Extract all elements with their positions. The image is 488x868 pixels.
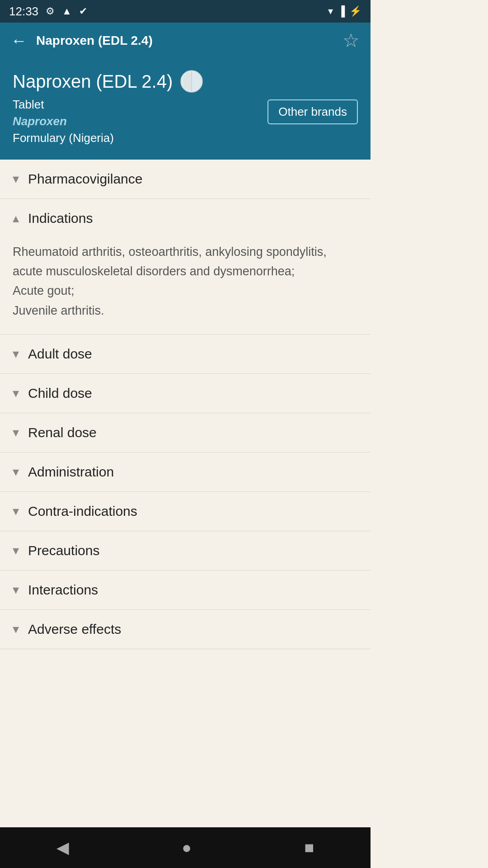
drug-meta-left: Tablet Naproxen Formulary (Nigeria) xyxy=(13,98,114,145)
drive-icon: ▲ xyxy=(62,5,72,17)
wifi-icon: ▾ xyxy=(328,5,333,17)
section-label-precautions: Precautions xyxy=(28,543,99,558)
chevron-icon-contra-indications: ▾ xyxy=(13,505,19,518)
section-item-precautions: ▾Precautions xyxy=(0,531,371,571)
chevron-icon-adult-dose: ▾ xyxy=(13,348,19,360)
status-right: ▾ ▐ ⚡ xyxy=(328,5,361,17)
section-label-adverse-effects: Adverse effects xyxy=(28,622,121,637)
nav-recent-button[interactable]: ■ xyxy=(291,834,328,862)
drug-form: Tablet xyxy=(13,98,114,112)
nav-home-button[interactable]: ● xyxy=(168,834,205,862)
section-item-adult-dose: ▾Adult dose xyxy=(0,335,371,374)
toolbar: ← Naproxen (EDL 2.4) ☆ xyxy=(0,23,371,59)
status-left: 12:33 ⚙ ▲ ✔ xyxy=(9,5,87,19)
section-item-indications: ▴IndicationsRheumatoid arthritis, osteoa… xyxy=(0,199,371,335)
section-item-child-dose: ▾Child dose xyxy=(0,374,371,413)
drug-meta-row: Tablet Naproxen Formulary (Nigeria) Othe… xyxy=(13,98,358,145)
chevron-icon-pharmacovigilance: ▾ xyxy=(13,173,19,185)
toolbar-left: ← Naproxen (EDL 2.4) xyxy=(11,33,153,49)
favorite-button[interactable]: ☆ xyxy=(343,31,360,50)
check-icon: ✔ xyxy=(79,5,87,17)
section-header-administration[interactable]: ▾Administration xyxy=(0,453,371,491)
section-label-child-dose: Child dose xyxy=(28,386,92,401)
bottom-nav: ◀ ● ■ xyxy=(0,827,371,868)
section-item-adverse-effects: ▾Adverse effects xyxy=(0,610,371,649)
section-label-indications: Indications xyxy=(28,211,93,226)
time-display: 12:33 xyxy=(9,5,38,19)
section-content-indications: Rheumatoid arthritis, osteoarthritis, an… xyxy=(0,238,371,334)
section-header-precautions[interactable]: ▾Precautions xyxy=(0,531,371,570)
drug-header: Naproxen (EDL 2.4) Tablet Naproxen Formu… xyxy=(0,59,371,160)
chevron-icon-adverse-effects: ▾ xyxy=(13,623,19,636)
signal-icon: ▐ xyxy=(338,5,345,17)
status-bar: 12:33 ⚙ ▲ ✔ ▾ ▐ ⚡ xyxy=(0,0,371,23)
section-item-contra-indications: ▾Contra-indications xyxy=(0,492,371,531)
section-label-interactions: Interactions xyxy=(28,582,98,598)
section-header-interactions[interactable]: ▾Interactions xyxy=(0,571,371,609)
section-label-pharmacovigilance: Pharmacovigilance xyxy=(28,171,142,187)
section-item-pharmacovigilance: ▾Pharmacovigilance xyxy=(0,160,371,199)
section-header-adverse-effects[interactable]: ▾Adverse effects xyxy=(0,610,371,649)
section-header-renal-dose[interactable]: ▾Renal dose xyxy=(0,413,371,452)
section-label-renal-dose: Renal dose xyxy=(28,425,97,440)
chevron-icon-renal-dose: ▾ xyxy=(13,426,19,439)
toolbar-title: Naproxen (EDL 2.4) xyxy=(36,33,153,48)
chevron-icon-indications: ▴ xyxy=(13,212,19,225)
chevron-icon-child-dose: ▾ xyxy=(13,387,19,400)
drug-formulary: Formulary (Nigeria) xyxy=(13,131,114,145)
section-label-adult-dose: Adult dose xyxy=(28,346,92,362)
battery-icon: ⚡ xyxy=(349,5,361,17)
section-label-administration: Administration xyxy=(28,464,114,480)
drug-brand: Naproxen xyxy=(13,114,114,128)
pill-icon xyxy=(180,70,203,93)
chevron-icon-precautions: ▾ xyxy=(13,544,19,557)
section-item-interactions: ▾Interactions xyxy=(0,571,371,610)
back-button[interactable]: ← xyxy=(11,33,27,49)
section-header-contra-indications[interactable]: ▾Contra-indications xyxy=(0,492,371,531)
section-header-adult-dose[interactable]: ▾Adult dose xyxy=(0,335,371,373)
nav-back-button[interactable]: ◀ xyxy=(43,834,83,862)
section-header-indications[interactable]: ▴Indications xyxy=(0,199,371,238)
chevron-icon-administration: ▾ xyxy=(13,466,19,478)
other-brands-button[interactable]: Other brands xyxy=(267,99,358,124)
section-header-child-dose[interactable]: ▾Child dose xyxy=(0,374,371,413)
chevron-icon-interactions: ▾ xyxy=(13,584,19,596)
section-item-administration: ▾Administration xyxy=(0,453,371,492)
section-item-renal-dose: ▾Renal dose xyxy=(0,413,371,453)
section-header-pharmacovigilance[interactable]: ▾Pharmacovigilance xyxy=(0,160,371,198)
section-list: ▾Pharmacovigilance▴IndicationsRheumatoid… xyxy=(0,160,371,827)
section-label-contra-indications: Contra-indications xyxy=(28,504,137,519)
gear-icon: ⚙ xyxy=(46,5,55,17)
drug-name: Naproxen (EDL 2.4) xyxy=(13,71,173,92)
drug-title-row: Naproxen (EDL 2.4) xyxy=(13,70,358,93)
